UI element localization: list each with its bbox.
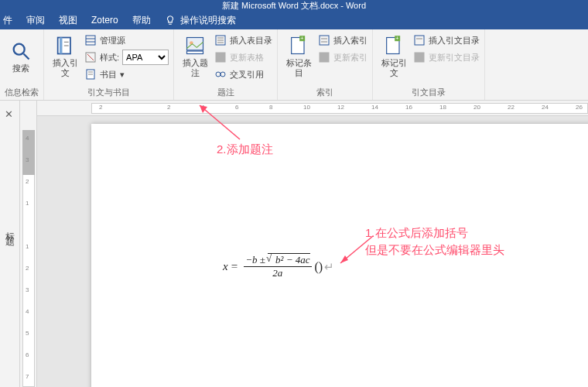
- ribbon-group-citations: 插入引文 管理源 样式: APA 书目 ▾ 引文与书目: [44, 29, 174, 100]
- group-label-citations: 引文与书目: [49, 85, 169, 100]
- mark-entry-label: 标记条目: [282, 58, 315, 78]
- svg-text:!: !: [217, 53, 220, 62]
- tof-label: 插入表目录: [230, 35, 272, 46]
- ribbon-group-research: 搜索 信息检索: [0, 29, 44, 100]
- svg-text:+: +: [300, 36, 303, 41]
- horizontal-ruler: 22468101214161820222426: [37, 101, 588, 116]
- ribbon-group-index: + 标记条目 插入索引 更新索引 索引: [278, 29, 373, 100]
- close-icon[interactable]: ✕: [5, 108, 13, 120]
- vertical-ruler: 432112345678: [20, 101, 37, 387]
- manage-sources-label: 管理源: [100, 35, 125, 46]
- tell-me[interactable]: 操作说明搜索: [165, 14, 236, 27]
- toa-icon: [413, 34, 426, 46]
- svg-rect-34: [415, 36, 424, 45]
- nav-title: 标题: [3, 224, 16, 234]
- svg-point-22: [216, 72, 220, 77]
- update-table-button: ! 更新表格: [214, 50, 272, 65]
- crossref-label: 交叉引用: [230, 69, 264, 80]
- search-button[interactable]: 搜索: [5, 31, 37, 82]
- group-label-index: 索引: [282, 85, 368, 100]
- tell-me-label: 操作说明搜索: [180, 14, 236, 27]
- insert-caption-label: 插入题注: [179, 58, 211, 78]
- svg-marker-38: [340, 255, 348, 263]
- eq-lhs: x: [223, 260, 228, 273]
- group-label-research: 信息检索: [5, 85, 39, 100]
- svg-point-0: [14, 43, 25, 54]
- mark-citation-button[interactable]: + 标记引文: [378, 31, 410, 82]
- index-icon: [318, 34, 330, 46]
- insert-citation-label: 插入引文: [49, 58, 81, 78]
- eq-den: 2a: [271, 267, 284, 279]
- annotation-text-1: 1.在公式后添加括号 但是不要在公式编辑器里头: [365, 224, 504, 259]
- eq-parentheses: (): [315, 260, 323, 274]
- document-page[interactable]: x = −b ± b² − 4ac 2a () ↵ 1.在公式后添加括号 但是不…: [91, 124, 588, 387]
- style-label: 样式:: [100, 52, 119, 63]
- biblio-icon: [84, 68, 97, 80]
- svg-rect-27: [320, 36, 329, 45]
- pilcrow-icon: ↵: [324, 260, 334, 274]
- mark-entry-icon: +: [288, 35, 309, 57]
- update-index-button: 更新索引: [318, 50, 368, 65]
- equation[interactable]: x = −b ± b² − 4ac 2a () ↵: [223, 254, 334, 279]
- style-select[interactable]: APA: [122, 50, 169, 65]
- svg-rect-3: [60, 38, 63, 54]
- insert-toa-label: 插入引文目录: [429, 35, 480, 46]
- menu-help[interactable]: 帮助: [132, 14, 151, 27]
- dropdown-icon: ▾: [120, 70, 125, 80]
- navigation-pane: ✕ 标题: [0, 101, 20, 387]
- svg-point-23: [220, 72, 225, 77]
- menu-zotero[interactable]: Zotero: [91, 15, 118, 26]
- manage-sources-button[interactable]: 管理源: [84, 33, 169, 48]
- menu-file[interactable]: 件: [3, 14, 12, 27]
- update-toa-icon: [413, 51, 426, 63]
- update-toa-button: 更新引文目录: [413, 50, 480, 65]
- svg-text:+: +: [395, 36, 398, 41]
- svg-rect-6: [86, 36, 95, 45]
- svg-rect-36: [415, 53, 424, 62]
- update-index-label: 更新索引: [333, 52, 368, 63]
- update-table-label: 更新表格: [230, 52, 264, 63]
- citation-icon: [54, 35, 76, 57]
- mark-entry-button[interactable]: + 标记条目: [282, 31, 315, 82]
- magnifier-icon: [10, 40, 32, 62]
- tof-icon: [214, 34, 227, 46]
- update-index-icon: [318, 51, 330, 63]
- document-area[interactable]: 22468101214161820222426 x = −b ± b² − 4a…: [37, 101, 588, 387]
- mark-cite-label: 标记引文: [378, 58, 410, 78]
- eq-num-a: −b ±: [245, 254, 268, 265]
- update-icon: !: [214, 51, 227, 63]
- insert-caption-button[interactable]: 插入题注: [179, 31, 211, 82]
- bibliography-button[interactable]: 书目 ▾: [84, 67, 169, 82]
- eq-fraction: −b ± b² − 4ac 2a: [244, 254, 311, 279]
- cross-reference-button[interactable]: 交叉引用: [214, 67, 272, 82]
- crossref-icon: [214, 68, 227, 80]
- insert-tof-button[interactable]: 插入表目录: [214, 33, 272, 48]
- workspace: ✕ 标题 432112345678 2246810121416182022242…: [0, 101, 588, 387]
- mark-cite-icon: +: [383, 35, 405, 57]
- insert-index-button[interactable]: 插入索引: [318, 33, 368, 48]
- style-icon: [84, 51, 97, 63]
- citation-style-row[interactable]: 样式: APA: [84, 50, 169, 65]
- svg-rect-14: [187, 51, 203, 54]
- menu-view[interactable]: 视图: [59, 14, 77, 27]
- biblio-label: 书目: [100, 69, 117, 80]
- group-label-toa: 引文目录: [378, 85, 480, 100]
- eq-equals: =: [231, 260, 238, 273]
- menu-review[interactable]: 审阅: [26, 14, 45, 27]
- menu-bar: 件 审阅 视图 Zotero 帮助 操作说明搜索: [0, 11, 588, 29]
- insert-index-label: 插入索引: [333, 35, 368, 46]
- annotation-1-line2: 但是不要在公式编辑器里头: [365, 241, 504, 259]
- annotation-1-line1: 1.在公式后添加括号: [365, 224, 504, 241]
- ribbon-group-toa: + 标记引文 插入引文目录 更新引文目录 引文目录: [373, 29, 485, 100]
- annotation-text-2: 2.添加题注: [217, 142, 273, 157]
- insert-toa-button[interactable]: 插入引文目录: [413, 33, 480, 48]
- ribbon: 搜索 信息检索 插入引文 管理源 样式: APA: [0, 29, 588, 101]
- window-title: 新建 Microsoft Word 文档.docx - Word: [0, 0, 588, 11]
- lightbulb-icon: [165, 15, 176, 26]
- svg-rect-30: [320, 53, 329, 62]
- ribbon-group-captions: 插入题注 插入表目录 ! 更新表格 交叉引用 题注: [174, 29, 278, 100]
- insert-citation-button[interactable]: 插入引文: [49, 31, 81, 82]
- caption-icon: [184, 35, 206, 57]
- svg-line-1: [24, 53, 29, 59]
- update-toa-label: 更新引文目录: [429, 52, 480, 63]
